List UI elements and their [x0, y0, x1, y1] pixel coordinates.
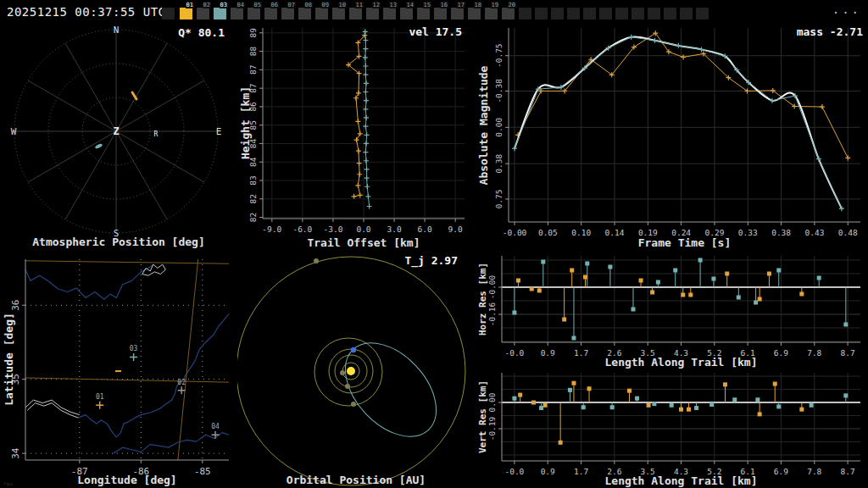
svg-text:0.05: 0.05: [538, 228, 558, 237]
vert-res-axis-label: Vert Res [km]: [477, 380, 488, 453]
horz-res-axis-label: Horz Res [km]: [477, 263, 488, 336]
tab-number: 08: [304, 2, 313, 8]
orbital-plot: [237, 251, 475, 488]
velocity-annotation: vel 17.5: [409, 25, 462, 38]
horz-residual-plot: -0.00.91.72.63.54.35.26.16.97.88.7-0.00-…: [475, 251, 868, 369]
panel-ground-map: 01020304-87-86-85363534 Latitude [deg] L…: [0, 251, 237, 488]
tab-08[interactable]: 08: [298, 8, 311, 19]
svg-text:0.29: 0.29: [705, 228, 725, 237]
tab-number: 05: [253, 2, 262, 8]
tab-number: 20: [508, 2, 516, 8]
tab-03[interactable]: 03: [214, 8, 226, 19]
q-star-annotation: Q* 80.1: [178, 26, 225, 39]
svg-text:0.14: 0.14: [605, 228, 625, 237]
panel-vertical-residuals: -0.00.91.72.63.54.35.26.16.97.88.70.00-0…: [475, 369, 868, 488]
tab-number: 18: [474, 2, 482, 8]
overflow-menu[interactable]: ...: [832, 3, 861, 16]
tab-13[interactable]: 13: [383, 8, 396, 19]
svg-text:-0.16: -0.16: [487, 302, 497, 326]
tab-01[interactable]: 01: [180, 8, 192, 19]
tab-unlabeled[interactable]: [632, 8, 644, 19]
tab-number: 19: [491, 2, 499, 8]
tab-unlabeled[interactable]: [519, 8, 531, 19]
svg-text:0.48: 0.48: [838, 228, 858, 237]
svg-text:E: E: [216, 126, 222, 137]
tab-15[interactable]: 15: [417, 8, 430, 19]
svg-text:0.75: 0.75: [494, 189, 504, 208]
tab-unlabeled[interactable]: [696, 8, 709, 19]
tab-02[interactable]: 02: [197, 8, 209, 19]
tab-number: 04: [236, 2, 245, 8]
tab-18[interactable]: 18: [468, 8, 481, 19]
ground-map-plot: 01020304-87-86-85363534: [0, 251, 237, 488]
tab-unlabeled[interactable]: [664, 8, 676, 19]
svg-text:34: 34: [10, 447, 21, 459]
svg-text:82: 82: [248, 194, 258, 203]
tab-04[interactable]: 04: [231, 8, 243, 19]
atmospheric-caption: Atmospheric Position [deg]: [17, 236, 220, 248]
tab-12[interactable]: 12: [366, 8, 379, 19]
tab-number: 07: [287, 2, 296, 8]
tab-09[interactable]: 09: [315, 8, 328, 19]
svg-text:0.43: 0.43: [804, 228, 824, 237]
svg-text:-0.00: -0.00: [503, 228, 527, 237]
tab-leading: [162, 8, 175, 19]
svg-text:0.0: 0.0: [356, 225, 370, 234]
panel-trail-offset: -9.0-6.0-3.00.03.06.09.08988878786858484…: [237, 24, 475, 251]
panel-orbit: T_j 2.97 Orbital Position [AU]: [237, 251, 475, 488]
svg-text:-0.38: -0.38: [494, 79, 504, 103]
tab-unlabeled[interactable]: [535, 8, 548, 19]
tab-11[interactable]: 11: [349, 8, 362, 19]
longitude-axis-label: Longitude [deg]: [25, 474, 229, 486]
tab-number: 17: [457, 2, 465, 8]
tab-number: 12: [372, 2, 381, 8]
tab-number: 06: [270, 2, 279, 8]
watermark: rgw: [3, 480, 13, 486]
panel-horizontal-residuals: -0.00.91.72.63.54.35.26.16.97.88.7-0.00-…: [475, 251, 868, 369]
svg-text:87: 87: [248, 65, 258, 75]
tab-unlabeled[interactable]: [551, 8, 564, 19]
tab-unlabeled[interactable]: [615, 8, 628, 19]
svg-text:Z: Z: [113, 125, 119, 137]
svg-text:-0.75: -0.75: [494, 43, 504, 68]
svg-text:04: 04: [211, 423, 220, 430]
tab-unlabeled[interactable]: [648, 8, 660, 19]
tab-number: 14: [406, 2, 415, 8]
svg-text:83: 83: [248, 175, 258, 185]
svg-text:-3.0: -3.0: [323, 225, 342, 234]
tab-16[interactable]: 16: [434, 8, 447, 19]
height-axis-label: Height [km]: [239, 86, 252, 159]
tab-number: 02: [203, 2, 211, 8]
vert-residual-plot: -0.00.91.72.63.54.35.26.16.97.88.70.00-0…: [475, 369, 868, 488]
svg-text:01: 01: [96, 393, 104, 401]
svg-text:0.38: 0.38: [494, 153, 504, 173]
height-trail-plot: -9.0-6.0-3.00.03.06.09.08988878786858484…: [237, 24, 475, 251]
tab-unlabeled[interactable]: [599, 8, 612, 19]
svg-text:36: 36: [10, 300, 21, 311]
svg-text:0.10: 0.10: [571, 228, 591, 237]
svg-text:0.19: 0.19: [638, 228, 658, 237]
event-tab-strip: 0102030405060708091011121314151617181920: [0, 0, 839, 24]
svg-text:-9.0: -9.0: [262, 225, 281, 234]
tab-14[interactable]: 14: [400, 8, 413, 19]
tab-06[interactable]: 06: [264, 8, 277, 19]
tab-17[interactable]: 17: [451, 8, 464, 19]
tab-07[interactable]: 07: [281, 8, 294, 19]
svg-text:0.33: 0.33: [738, 228, 758, 237]
svg-text:03: 03: [130, 345, 138, 352]
svg-text:-0.00: -0.00: [487, 274, 497, 299]
top-bar: 20251215 00:37:55 UTC 010203040506070809…: [0, 0, 868, 24]
tab-number: 16: [440, 2, 448, 8]
tab-unlabeled[interactable]: [680, 8, 693, 19]
tab-20[interactable]: 20: [502, 8, 515, 19]
tab-19[interactable]: 19: [485, 8, 498, 19]
panel-light-curve: -0.000.050.100.140.190.240.290.330.380.4…: [475, 24, 868, 251]
magnitude-axis-label: Absolute Magnitude: [477, 66, 490, 186]
tab-05[interactable]: 05: [248, 8, 260, 19]
svg-text:82: 82: [248, 213, 258, 222]
magnitude-plot: -0.000.050.100.140.190.240.290.330.380.4…: [475, 24, 868, 251]
svg-text:89: 89: [248, 28, 258, 38]
tab-unlabeled[interactable]: [567, 8, 580, 19]
tab-10[interactable]: 10: [332, 8, 345, 19]
tab-unlabeled[interactable]: [583, 8, 596, 19]
